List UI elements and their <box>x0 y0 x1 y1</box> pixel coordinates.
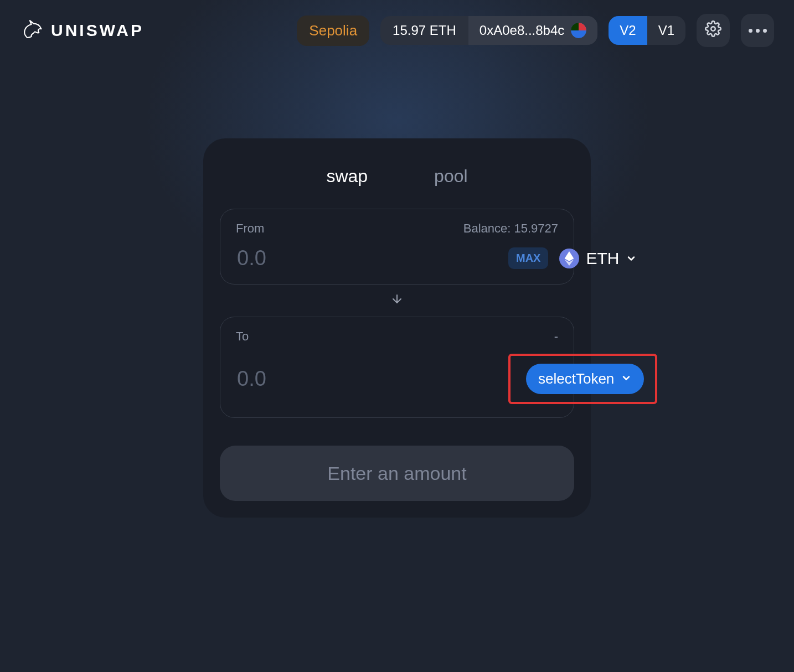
more-icon <box>749 29 767 33</box>
to-token-selector[interactable]: selectToken <box>526 364 644 394</box>
swap-direction[interactable] <box>220 285 574 317</box>
version-toggle: V2 V1 <box>609 16 685 45</box>
brand-name: UNISWAP <box>51 21 144 40</box>
swap-card: swap pool From Balance: 15.9727 MAX ETH <box>203 138 591 518</box>
wallet-chip[interactable]: 15.97 ETH 0xA0e8...8b4c <box>380 16 597 45</box>
from-balance: Balance: 15.9727 <box>463 221 558 236</box>
to-panel: To - selectToken <box>220 317 574 418</box>
unicorn-icon <box>20 18 44 43</box>
gear-icon <box>705 20 721 40</box>
network-chip[interactable]: Sepolia <box>297 15 369 46</box>
version-v1[interactable]: V1 <box>647 16 685 45</box>
chevron-down-icon <box>626 249 637 268</box>
mode-tabs: swap pool <box>220 155 574 209</box>
to-amount-input[interactable] <box>236 366 501 391</box>
identicon-icon <box>571 23 586 38</box>
tab-pool[interactable]: pool <box>434 166 468 187</box>
wallet-address-chip[interactable]: 0xA0e8...8b4c <box>468 16 597 45</box>
topbar: UNISWAP Sepolia 15.97 ETH 0xA0e8...8b4c … <box>0 0 794 61</box>
from-token-symbol: ETH <box>586 249 619 268</box>
to-balance: - <box>554 329 558 344</box>
wallet-address: 0xA0e8...8b4c <box>480 23 564 38</box>
network-name: Sepolia <box>309 22 357 39</box>
brand-logo: UNISWAP <box>20 18 144 43</box>
version-v2[interactable]: V2 <box>609 16 647 45</box>
to-label: To <box>236 329 249 344</box>
from-panel: From Balance: 15.9727 MAX ETH <box>220 209 574 285</box>
eth-icon <box>559 249 579 268</box>
from-token-selector[interactable]: ETH <box>556 246 640 271</box>
wallet-balance: 15.97 ETH <box>380 16 468 45</box>
settings-button[interactable] <box>697 14 730 47</box>
select-token-highlight: selectToken <box>508 354 657 404</box>
more-button[interactable] <box>741 14 774 47</box>
submit-button[interactable]: Enter an amount <box>220 446 574 501</box>
max-button[interactable]: MAX <box>508 247 548 269</box>
svg-point-1 <box>711 27 715 31</box>
chevron-down-icon <box>621 370 632 387</box>
from-label: From <box>236 221 264 236</box>
tab-swap[interactable]: swap <box>326 166 368 187</box>
select-token-label: selectToken <box>538 370 614 387</box>
from-amount-input[interactable] <box>236 246 501 271</box>
arrow-down-icon <box>390 292 404 309</box>
